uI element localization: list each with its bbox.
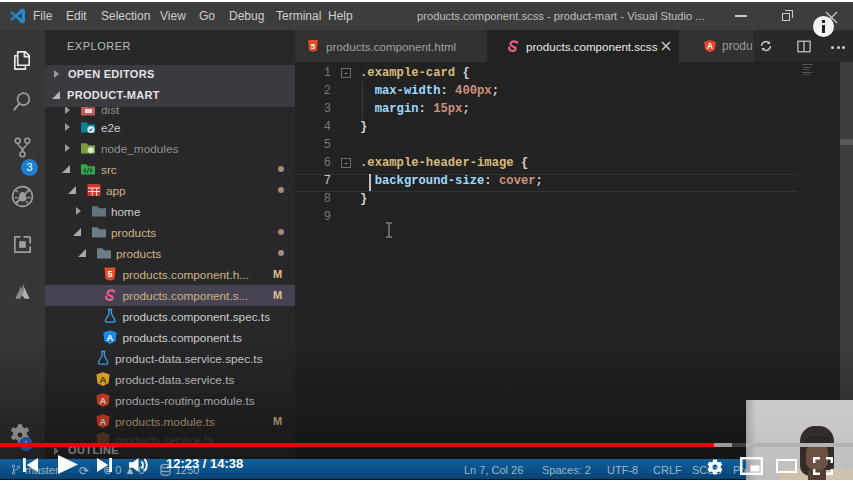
svg-text:5: 5	[107, 269, 112, 279]
svg-text:A: A	[107, 332, 114, 343]
svg-text:A: A	[707, 41, 713, 51]
svg-text:5: 5	[311, 42, 316, 51]
